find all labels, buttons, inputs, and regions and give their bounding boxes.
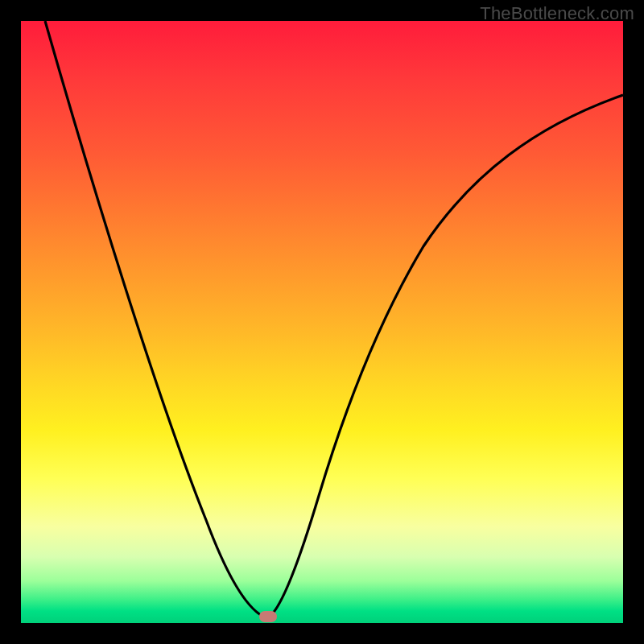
chart-frame: TheBottleneck.com xyxy=(0,0,644,644)
watermark-text: TheBottleneck.com xyxy=(480,3,634,24)
optimal-point-marker xyxy=(259,611,277,622)
bottleneck-curve xyxy=(21,21,623,623)
curve-path xyxy=(45,21,623,618)
chart-plot-area xyxy=(21,21,623,623)
